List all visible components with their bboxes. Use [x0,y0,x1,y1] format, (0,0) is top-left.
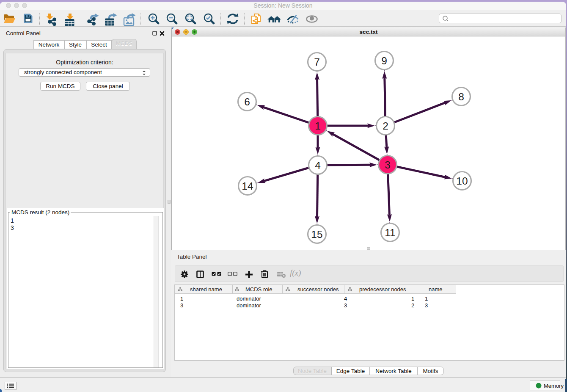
svg-text:3: 3 [385,159,391,171]
svg-text:1: 1 [315,120,321,132]
svg-text:15: 15 [311,229,322,240]
svg-text:6: 6 [244,96,250,108]
svg-text:8: 8 [458,91,464,102]
svg-text:4: 4 [315,160,321,171]
svg-text:14: 14 [242,180,253,192]
svg-text:10: 10 [456,175,468,187]
svg-text:11: 11 [385,227,395,238]
svg-text:9: 9 [381,55,387,66]
svg-text:2: 2 [383,120,388,132]
svg-text:7: 7 [314,56,320,68]
